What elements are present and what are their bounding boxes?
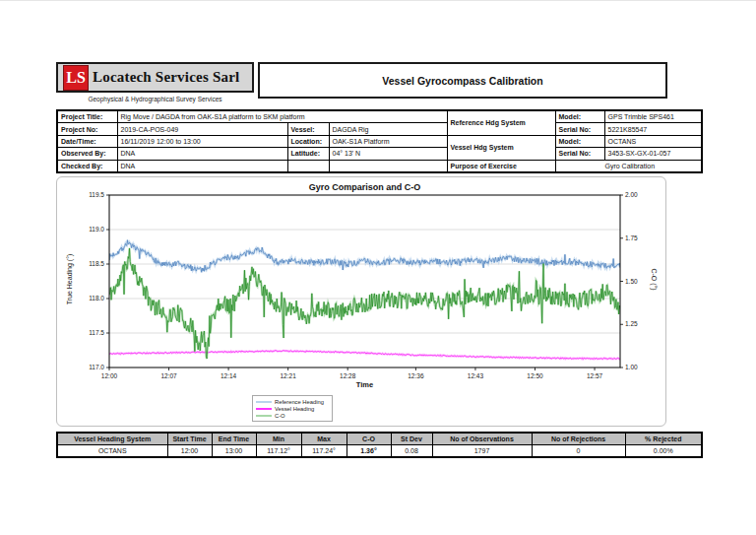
svg-text:117.0: 117.0 <box>89 364 104 370</box>
chart-legend: Reference HeadingVessel HeadingC-O <box>252 395 333 422</box>
legend-swatch-icon <box>256 415 272 417</box>
svg-text:12:36: 12:36 <box>408 372 424 379</box>
project-no-value: 2019-CA-POS-049 <box>117 123 287 135</box>
stats-cell: 0.08 <box>391 445 432 458</box>
svg-text:1.25: 1.25 <box>625 320 638 327</box>
chart-title: Gyro Comparison and C-O <box>109 182 620 192</box>
company-tagline: Geophysical & Hydrographical Survey Serv… <box>56 96 254 102</box>
svg-text:12:57: 12:57 <box>587 372 603 379</box>
stats-header-cell: No of Observations <box>432 433 532 445</box>
ref-hdg-system-label: Reference Hdg System <box>447 110 555 135</box>
svg-text:12:43: 12:43 <box>468 372 484 379</box>
legend-label: Reference Heading <box>275 399 324 405</box>
empty-cell <box>329 160 447 172</box>
svg-text:12:14: 12:14 <box>220 372 237 379</box>
legend-swatch-icon <box>256 401 272 403</box>
gyro-comparison-chart: 117.0117.5118.0118.5119.0119.51.001.251.… <box>56 176 666 427</box>
vessel-label: Vessel: <box>287 123 329 135</box>
stats-row: OCTANS12:0013:00117.12°117.24°1.36°0.081… <box>57 445 702 458</box>
stats-cell: 0.00% <box>625 445 702 458</box>
ref-model-value: GPS Trimble SPS461 <box>604 110 702 123</box>
svg-text:12:07: 12:07 <box>160 372 177 379</box>
date-time-value: 16/11/2019 12:00 to 13:00 <box>117 135 287 147</box>
stats-header-cell: C-O <box>346 433 391 445</box>
logo-ls-icon: LS <box>63 65 89 91</box>
right-axis-label: C-O (°) <box>651 250 658 309</box>
document-title-box: Vessel Gyrocompass Calibration <box>258 62 667 99</box>
stats-cell: 12:00 <box>167 445 212 458</box>
purpose-label: Purpose of Exercise <box>447 160 555 172</box>
company-name: Locatech Services Sarl <box>93 69 239 86</box>
purpose-value: Gyro Calibration <box>555 160 702 172</box>
ref-serial-label: Serial No: <box>555 123 604 135</box>
location-value: OAK-S1A Platform <box>329 135 447 147</box>
x-axis-label: Time <box>109 380 620 389</box>
svg-text:12:50: 12:50 <box>527 372 543 379</box>
stats-cell: OCTANS <box>57 445 167 458</box>
vessel-serial-label: Serial No: <box>555 148 604 160</box>
legend-item: Reference Heading <box>256 398 329 405</box>
svg-text:12:00: 12:00 <box>101 372 118 379</box>
stats-cell: 117.24° <box>301 445 346 458</box>
observed-by-value: DNA <box>117 148 287 160</box>
stats-cell: 0 <box>532 445 625 458</box>
stats-header-cell: Vessel Heading System <box>57 433 167 445</box>
latitude-value: 04° 13' N <box>329 148 447 160</box>
stats-header-cell: End Time <box>212 433 256 445</box>
stats-header-cell: Max <box>301 433 346 445</box>
svg-text:119.5: 119.5 <box>89 191 104 198</box>
svg-text:119.0: 119.0 <box>89 226 104 233</box>
stats-cell: 1.36° <box>346 445 391 458</box>
stats-header-cell: % Rejected <box>625 433 702 445</box>
stats-header-cell: Start Time <box>167 433 212 445</box>
project-title-value: Rig Move / DAGDA from OAK-S1A platform t… <box>117 110 447 123</box>
project-info-table: Project Title: Rig Move / DAGDA from OAK… <box>56 109 703 173</box>
vessel-hdg-system-label: Vessel Hdg System <box>447 135 555 160</box>
latitude-label: Latitude: <box>287 148 329 160</box>
vessel-value: DAGDA Rig <box>329 123 447 135</box>
svg-text:2.00: 2.00 <box>625 191 638 198</box>
legend-item: C-O <box>256 412 329 419</box>
calibration-stats-table: Vessel Heading SystemStart TimeEnd TimeM… <box>56 432 703 458</box>
project-title-label: Project Title: <box>57 110 117 123</box>
legend-item: Vessel Heading <box>256 405 329 412</box>
report-page: LS Locatech Services Sarl Geophysical & … <box>0 0 756 535</box>
checked-by-label: Checked By: <box>57 160 117 172</box>
legend-label: C-O <box>275 413 285 419</box>
vessel-model-label: Model: <box>555 135 604 147</box>
empty-cell <box>287 160 329 172</box>
vessel-serial-value: 3453-SX-GX-01-057 <box>604 148 702 160</box>
stats-header-cell: St Dev <box>391 433 432 445</box>
legend-swatch-icon <box>256 408 272 410</box>
svg-text:1.50: 1.50 <box>625 278 638 285</box>
left-axis-label: True Heading (°) <box>66 240 73 319</box>
stats-cell: 1797 <box>432 445 532 458</box>
svg-text:1.75: 1.75 <box>625 234 638 241</box>
svg-text:118.0: 118.0 <box>89 295 104 301</box>
stats-header-cell: No of Rejections <box>532 433 625 445</box>
vessel-model-value: OCTANS <box>604 135 702 147</box>
observed-by-label: Observed By: <box>57 148 117 160</box>
stats-cell: 13:00 <box>212 445 256 458</box>
svg-text:12:21: 12:21 <box>281 372 297 379</box>
stats-header-cell: Min <box>256 433 301 445</box>
legend-label: Vessel Heading <box>275 406 314 412</box>
svg-text:117.5: 117.5 <box>89 329 104 336</box>
location-label: Location: <box>287 135 329 147</box>
svg-text:118.5: 118.5 <box>89 260 104 267</box>
ref-model-label: Model: <box>555 110 604 123</box>
ref-serial-value: 5221K85547 <box>604 123 702 135</box>
project-no-label: Project No: <box>57 123 117 135</box>
svg-text:1.00: 1.00 <box>625 364 638 370</box>
checked-by-value: DNA <box>117 160 287 172</box>
document-title: Vessel Gyrocompass Calibration <box>382 75 542 87</box>
stats-cell: 117.12° <box>256 445 301 458</box>
company-logo: LS Locatech Services Sarl <box>56 62 254 93</box>
chart-plot-area: 117.0117.5118.0118.5119.0119.51.001.251.… <box>57 177 665 388</box>
date-time-label: Date/Time: <box>57 135 117 147</box>
svg-text:12:28: 12:28 <box>340 372 356 379</box>
